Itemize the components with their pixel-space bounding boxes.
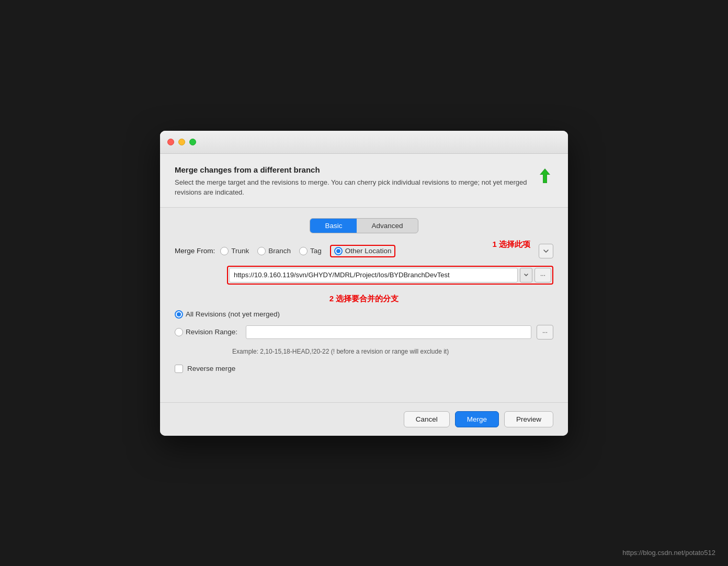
svg-marker-1	[541, 169, 549, 183]
url-dropdown-btn[interactable]	[520, 268, 532, 282]
radio-tag-label: Tag	[310, 247, 322, 255]
revision-browse-btn[interactable]: ···	[537, 325, 553, 339]
dialog-description: Select the merge target and the revision…	[175, 177, 528, 198]
revision-range-row: Revision Range: ···	[175, 325, 553, 339]
all-revisions-row: All Revisions (not yet merged)	[175, 310, 553, 319]
revision-browse-dots: ···	[542, 329, 548, 336]
radio-branch[interactable]: Branch	[257, 247, 291, 255]
revision-range-input[interactable]	[246, 325, 531, 339]
tab-advanced[interactable]: Advanced	[357, 219, 417, 233]
example-text: Example: 2,10-15,18-HEAD,!20-22 (! befor…	[232, 348, 553, 355]
revision-section: All Revisions (not yet merged) Revision …	[175, 310, 553, 339]
minimize-button[interactable]	[178, 139, 185, 145]
merge-arrow-icon	[537, 167, 553, 186]
radio-other-inner	[336, 249, 340, 253]
merge-button[interactable]: Merge	[455, 411, 499, 427]
tab-group: Basic Advanced	[310, 218, 418, 233]
url-browse-btn[interactable]: ···	[534, 268, 551, 282]
reverse-merge-label: Reverse merge	[187, 365, 235, 372]
browse-dots: ···	[540, 271, 545, 279]
footer: Cancel Merge Preview	[160, 402, 568, 436]
maximize-button[interactable]	[189, 139, 196, 145]
tab-basic[interactable]: Basic	[310, 219, 357, 233]
annotation-1: 1 选择此项	[492, 240, 530, 250]
radio-other-label: Other Location	[345, 247, 392, 255]
radio-tag[interactable]: Tag	[299, 247, 322, 255]
radio-group: Trunk Branch Tag	[220, 245, 533, 257]
radio-range-circle	[175, 328, 183, 336]
reverse-merge-row: Reverse merge	[175, 365, 553, 373]
header-text: Merge changes from a different branch Se…	[175, 165, 528, 198]
radio-branch-label: Branch	[268, 247, 291, 255]
screen: Merge changes from a different branch Se…	[0, 0, 728, 566]
cancel-button[interactable]: Cancel	[404, 411, 450, 427]
all-revisions-label: All Revisions (not yet merged)	[186, 310, 280, 318]
radio-all-circle	[175, 310, 183, 319]
radio-other-location[interactable]: Other Location	[330, 245, 396, 257]
annotation-2: 2 选择要合并的分支	[175, 294, 553, 304]
radio-tag-circle	[299, 247, 308, 255]
radio-trunk-circle	[220, 247, 229, 255]
merge-from-dropdown[interactable]	[539, 244, 553, 258]
revision-range-label: Revision Range:	[186, 328, 237, 336]
header: Merge changes from a different branch Se…	[160, 154, 568, 208]
url-input[interactable]	[229, 268, 518, 282]
url-row: ···	[227, 266, 553, 285]
radio-trunk[interactable]: Trunk	[220, 247, 249, 255]
dialog-window: Merge changes from a different branch Se…	[160, 131, 568, 436]
radio-branch-circle	[257, 247, 266, 255]
radio-all-inner	[177, 312, 181, 316]
content-area: Basic Advanced Merge From: Trunk	[160, 208, 568, 402]
preview-button[interactable]: Preview	[504, 411, 553, 427]
reverse-merge-checkbox[interactable]	[175, 365, 183, 373]
merge-from-label: Merge From:	[175, 247, 215, 255]
close-button[interactable]	[167, 139, 174, 145]
dialog-title: Merge changes from a different branch	[175, 165, 528, 174]
radio-revision-range[interactable]: Revision Range:	[175, 328, 237, 336]
radio-all-revisions[interactable]: All Revisions (not yet merged)	[175, 310, 280, 319]
other-location-box: Other Location	[330, 245, 396, 257]
watermark: https://blog.csdn.net/potato512	[622, 549, 715, 557]
radio-trunk-label: Trunk	[231, 247, 249, 255]
radio-other-circle	[334, 247, 343, 255]
tab-bar: Basic Advanced	[175, 218, 553, 233]
traffic-lights	[167, 139, 196, 145]
title-bar	[160, 131, 568, 154]
